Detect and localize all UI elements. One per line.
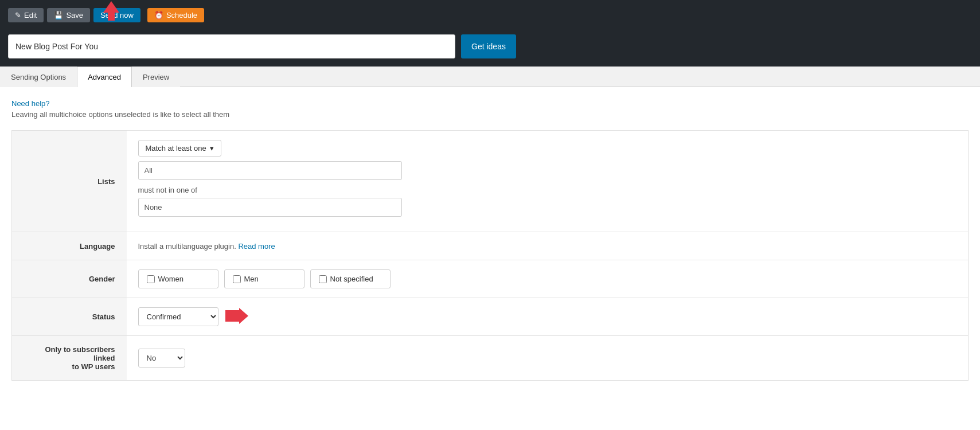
match-dropdown-label: Match at least one [146, 144, 206, 153]
need-help-link[interactable]: Need help? [11, 99, 50, 108]
gender-row: Gender Women Men Not specified [12, 260, 969, 298]
schedule-button[interactable]: ⏰ Schedule [147, 8, 204, 22]
status-value-cell: Confirmed Unconfirmed Unsubscribed [127, 298, 969, 336]
red-arrow-right-annotation [225, 308, 248, 326]
save-label: Save [66, 11, 83, 19]
gender-checkbox-not-specified[interactable] [319, 275, 327, 283]
gender-option-not-specified[interactable]: Not specified [310, 269, 391, 288]
get-ideas-button[interactable]: Get ideas [461, 34, 516, 58]
read-more-link[interactable]: Read more [238, 242, 275, 251]
wp-users-value-cell: No Yes [127, 336, 969, 381]
gender-option-men[interactable]: Men [224, 269, 304, 288]
send-now-button[interactable]: Send now [93, 8, 140, 22]
language-label: Language [12, 232, 127, 260]
help-description: Leaving all multichoice options unselect… [11, 110, 969, 119]
tab-sending-options[interactable]: Sending Options [0, 67, 77, 87]
help-section: Need help? Leaving all multichoice optio… [11, 99, 969, 119]
match-dropdown[interactable]: Match at least one ▾ [138, 140, 221, 157]
get-ideas-label: Get ideas [471, 42, 506, 51]
lists-label: Lists [12, 131, 127, 232]
subject-input[interactable] [8, 34, 455, 58]
main-content: Need help? Leaving all multichoice optio… [0, 87, 980, 420]
gender-label: Gender [12, 260, 127, 298]
wp-users-row: Only to subscribers linked to WP users N… [12, 336, 969, 381]
gender-not-specified-label: Not specified [330, 275, 373, 283]
subject-bar: Get ideas [0, 30, 980, 67]
schedule-label: Schedule [166, 11, 197, 19]
language-value-cell: Install a multilanguage plugin. Read mor… [127, 232, 969, 260]
edit-label: Edit [24, 11, 37, 19]
tabs-bar: Sending Options Advanced Preview [0, 67, 980, 87]
status-label: Status [12, 298, 127, 336]
edit-icon: ✎ [15, 11, 21, 19]
gender-women-label: Women [158, 275, 184, 283]
lists-row: Lists Match at least one ▾ must not in o… [12, 131, 969, 232]
dropdown-chevron-icon: ▾ [210, 144, 214, 153]
wp-users-select[interactable]: No Yes [138, 349, 185, 368]
language-row: Language Install a multilanguage plugin.… [12, 232, 969, 260]
save-icon: 💾 [54, 11, 63, 19]
gender-options: Women Men Not specified [138, 269, 957, 288]
edit-button[interactable]: ✎ Edit [8, 8, 44, 22]
tab-preview[interactable]: Preview [132, 67, 180, 87]
settings-table: Lists Match at least one ▾ must not in o… [11, 130, 969, 381]
schedule-icon: ⏰ [154, 11, 163, 19]
lists-none-input[interactable] [138, 198, 402, 217]
status-select-wrapper: Confirmed Unconfirmed Unsubscribed [138, 307, 957, 326]
tab-advanced[interactable]: Advanced [77, 67, 132, 87]
wp-users-label: Only to subscribers linked to WP users [12, 336, 127, 381]
gender-checkbox-men[interactable] [233, 275, 241, 283]
language-text: Install a multilanguage plugin. Read mor… [138, 242, 275, 251]
gender-checkbox-women[interactable] [147, 275, 155, 283]
lists-all-input[interactable] [138, 161, 402, 180]
lists-value-cell: Match at least one ▾ must not in one of [127, 131, 969, 232]
gender-option-women[interactable]: Women [138, 269, 218, 288]
status-select[interactable]: Confirmed Unconfirmed Unsubscribed [138, 307, 218, 326]
gender-value-cell: Women Men Not specified [127, 260, 969, 298]
status-row: Status Confirmed Unconfirmed Unsubscribe… [12, 298, 969, 336]
svg-marker-1 [225, 308, 248, 324]
gender-men-label: Men [244, 275, 259, 283]
send-now-label: Send now [100, 11, 134, 19]
save-button[interactable]: 💾 Save [47, 8, 90, 22]
toolbar: ✎ Edit 💾 Save Send now ⏰ Schedule [0, 0, 980, 30]
must-not-label: must not in one of [138, 186, 957, 194]
